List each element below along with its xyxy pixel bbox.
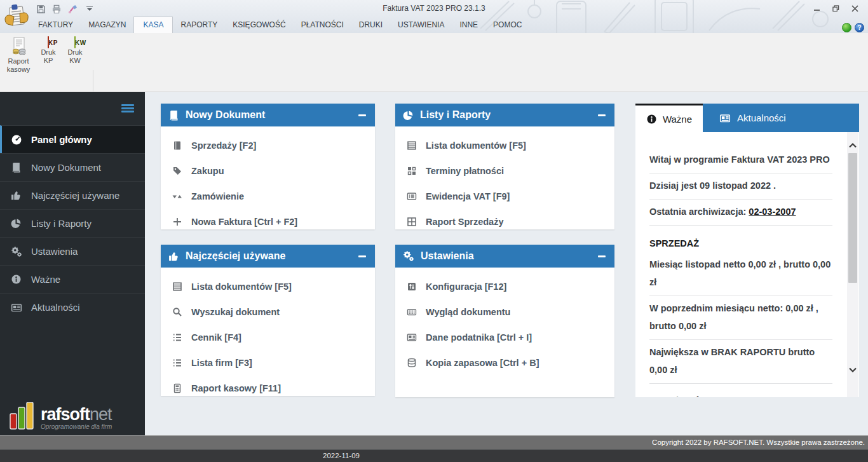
item-cennik[interactable]: Cennik [F4]	[161, 325, 375, 350]
tab-ksiegowosc[interactable]: KSIĘGOWOŚĆ	[225, 17, 293, 33]
pie-chart-icon	[403, 110, 414, 121]
sidebar-item-panel-glowny[interactable]: Panel główny	[0, 125, 145, 153]
item-raport-sprzedazy[interactable]: Raport Sprzedaży	[395, 209, 614, 234]
welcome-text: Witaj w programie Faktura VAT 2023 PRO	[649, 147, 832, 173]
archive-label: Ostatnia archiwizacja:	[649, 207, 749, 217]
sidebar-item-wazne[interactable]: Ważne	[0, 265, 145, 293]
pie-chart-icon	[11, 218, 22, 229]
sidebar-item-ustawienia[interactable]: Ustawienia	[0, 237, 145, 265]
panel-header-nowy-dokument[interactable]: Nowy Dokument	[161, 104, 375, 126]
item-nowa-faktura[interactable]: Nowa Faktura [Ctrl + F2]	[161, 209, 375, 234]
tab-raporty[interactable]: RAPORTY	[173, 17, 225, 33]
tab-magazyn[interactable]: MAGAZYN	[81, 17, 133, 33]
sidebar-item-nowy-dokument[interactable]: Nowy Dokument	[0, 153, 145, 181]
panel-header-najczesciej-uzywane[interactable]: Najczęściej używane	[161, 245, 375, 268]
sales-max-text: Największa w BRAK RAPORTU brutto 0,00 zł	[649, 340, 832, 384]
collapse-icon[interactable]	[598, 252, 606, 260]
panel-najczesciej-uzywane: Najczęściej używane Lista dokumentów [F5…	[161, 245, 375, 396]
item-label: Sprzedaży [F2]	[191, 140, 256, 151]
item-kopia-zapasowa[interactable]: Kopia zapasowa [Ctrl + B]	[395, 350, 614, 376]
tab-faktury[interactable]: FAKTURY	[31, 17, 81, 33]
item-ewidencja-vat[interactable]: Ewidencja VAT [F9]	[395, 184, 614, 209]
list-icon	[172, 332, 183, 343]
raport-kasowy-button[interactable]: Raportkasowy	[4, 37, 33, 74]
kp-sheet-icon: KP	[48, 37, 49, 48]
tab-pomoc[interactable]: POMOC	[485, 17, 529, 33]
tab-druki[interactable]: DRUKI	[351, 17, 390, 33]
item-label: Wygląd dokumentu	[426, 307, 510, 317]
database-icon	[407, 358, 417, 368]
item-terminy-platnosci[interactable]: Terminy płatności	[395, 158, 614, 184]
tab-platnosci[interactable]: PŁATNOŚCI	[294, 17, 351, 33]
dashboard-icon	[11, 134, 22, 146]
logo-brand-bold: rafsoft	[41, 405, 90, 424]
item-label: Terminy płatności	[426, 166, 504, 176]
druk-kp-button[interactable]: KP DrukKP	[34, 37, 63, 65]
item-label: Nowa Faktura [Ctrl + F2]	[191, 217, 297, 227]
item-label: Zamówienie	[191, 191, 244, 201]
item-dane-podatnika[interactable]: Dane podatnika [Ctrl + I]	[395, 325, 614, 350]
scroll-down-icon[interactable]	[848, 364, 857, 376]
scrollbar-thumb[interactable]	[848, 153, 857, 283]
item-lista-dokumentow[interactable]: Lista dokumentów [F5]	[395, 133, 614, 158]
item-wyszukaj-dokument[interactable]: Wyszukaj dokument	[161, 299, 375, 325]
item-label: Zakupu	[191, 166, 224, 176]
raport-kasowy-label: Raportkasowy	[4, 57, 33, 74]
copyright-bar: Copyright 2022 by RAFSOFT.NET. Wszystkie…	[0, 435, 868, 449]
tab-ustawienia[interactable]: USTAWIENIA	[390, 17, 452, 33]
collapse-icon[interactable]	[358, 111, 366, 119]
item-label: Raport Sprzedaży	[426, 217, 503, 227]
collapse-icon[interactable]	[358, 252, 366, 260]
tab-wazne[interactable]: Ważne	[635, 104, 703, 132]
info-icon	[646, 114, 657, 125]
status-date: 2022-11-09	[323, 452, 360, 459]
help-icon[interactable]: ?	[855, 23, 864, 32]
close-button[interactable]	[848, 3, 862, 13]
druk-kw-button[interactable]: KW DrukKW	[60, 37, 90, 65]
globe-icon[interactable]	[842, 23, 851, 32]
minimize-button[interactable]	[810, 3, 824, 13]
item-konfiguracja[interactable]: Konfiguracja [F12]	[395, 274, 614, 299]
archive-row: Ostatnia archiwizacja: 02-03-2007	[649, 200, 832, 226]
panel-title: Ustawienia	[421, 250, 592, 262]
gears-icon	[11, 246, 22, 257]
sidebar-item-label: Nowy Dokument	[31, 162, 101, 173]
archive-date-link[interactable]: 02-03-2007	[749, 207, 796, 217]
restore-button[interactable]	[829, 3, 843, 13]
item-zakupu[interactable]: Zakupu	[161, 158, 375, 184]
logo-tagline: Oprogramowanie dla firm	[41, 423, 112, 430]
item-label: Ewidencja VAT [F9]	[426, 191, 510, 201]
item-wyglad-dokumentu[interactable]: Wygląd dokumentu	[395, 299, 614, 325]
item-label: Wyszukaj dokument	[191, 307, 280, 317]
collapse-icon[interactable]	[598, 111, 606, 119]
hamburger-menu-icon[interactable]	[121, 104, 134, 114]
copyright-text: Copyright 2022 by RAFSOFT.NET. Wszystkie…	[652, 438, 865, 446]
wazne-content: Witaj w programie Faktura VAT 2023 PRO D…	[635, 132, 859, 397]
sliders-icon	[407, 282, 417, 292]
scrollbar[interactable]	[847, 132, 858, 397]
today-text: Dzisiaj jest 09 listopad 2022 .	[649, 173, 832, 200]
item-lista-firm[interactable]: Lista firm [F3]	[161, 350, 375, 376]
logo-bars-icon	[9, 402, 36, 430]
item-zamowienie[interactable]: Zamówienie	[161, 184, 375, 209]
panel-title: Nowy Dokument	[186, 109, 352, 121]
tab-inne[interactable]: INNE	[452, 17, 485, 33]
tab-kasa[interactable]: KASA	[133, 17, 173, 33]
book-icon	[11, 162, 22, 173]
item-lista-dokumentow[interactable]: Lista dokumentów [F5]	[161, 274, 375, 299]
item-label: Lista dokumentów [F5]	[426, 140, 526, 151]
qr-grid-icon	[407, 166, 417, 176]
panel-header-listy-i-raporty[interactable]: Listy i Raporty	[395, 104, 614, 126]
item-sprzedazy[interactable]: Sprzedaży [F2]	[161, 133, 375, 158]
sidebar-item-listy-i-raporty[interactable]: Listy i Raporty	[0, 209, 145, 237]
tab-aktualnosci[interactable]: Aktualności	[703, 104, 859, 132]
item-raport-kasowy[interactable]: Raport kasowy [F11]	[161, 376, 375, 401]
thumbs-up-icon	[11, 190, 22, 201]
rafsoft-logo: rafsoftnet Oprogramowanie dla firm	[9, 402, 112, 430]
list-icon	[172, 358, 183, 368]
panel-header-ustawienia[interactable]: Ustawienia	[395, 245, 614, 268]
grid-table-icon	[407, 217, 417, 227]
sidebar-item-aktualnosci[interactable]: Aktualności	[0, 293, 145, 321]
sidebar-item-najczesciej-uzywane[interactable]: Najczęściej używane	[0, 181, 145, 209]
scroll-up-icon[interactable]	[848, 140, 857, 151]
